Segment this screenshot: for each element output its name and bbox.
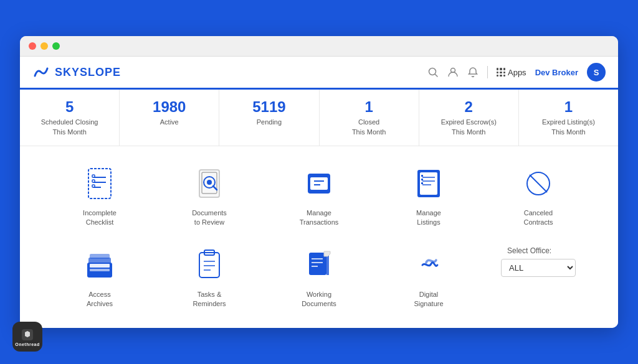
tasks-reminders-label: Tasks &Reminders bbox=[193, 290, 226, 309]
onethread-icon bbox=[20, 327, 35, 342]
stat-item[interactable]: 1980Active bbox=[120, 90, 219, 146]
svg-rect-8 bbox=[92, 180, 95, 182]
manage-listings-icon bbox=[410, 165, 447, 202]
main-window: SKYSLOPE bbox=[20, 36, 618, 327]
user-name[interactable]: Dev Broker bbox=[535, 68, 578, 77]
svg-point-13 bbox=[207, 180, 212, 185]
stat-label: Pending bbox=[226, 118, 312, 127]
select-office-label: Select Office: bbox=[507, 246, 551, 255]
titlebar bbox=[20, 36, 618, 57]
working-documents-label: WorkingDocuments bbox=[302, 290, 336, 309]
manage-transactions-label: ManageTransactions bbox=[300, 208, 339, 228]
grid-icon bbox=[497, 68, 505, 77]
svg-rect-33 bbox=[199, 253, 219, 278]
logo-text: SKYSLOPE bbox=[55, 66, 121, 79]
header: SKYSLOPE bbox=[20, 57, 618, 90]
person-icon[interactable] bbox=[447, 67, 459, 78]
manage-transactions-icon bbox=[300, 165, 338, 202]
manage-transactions-button[interactable]: ManageTransactions bbox=[264, 165, 374, 228]
access-archives-label: AccessArchives bbox=[87, 290, 113, 309]
svg-rect-30 bbox=[90, 254, 110, 259]
stat-item[interactable]: 5Scheduled ClosingThis Month bbox=[20, 90, 120, 146]
canceled-contracts-icon bbox=[520, 165, 557, 202]
apps-button[interactable]: Apps bbox=[497, 68, 526, 77]
stat-number: 5119 bbox=[226, 98, 312, 116]
stat-item[interactable]: 2Expired Escrow(s)This Month bbox=[419, 90, 519, 146]
stat-number: 5 bbox=[26, 98, 113, 116]
bell-icon[interactable] bbox=[467, 67, 478, 78]
icon-row-2: AccessArchives Tasks &Reminders bbox=[45, 246, 593, 309]
skyslope-logo-icon bbox=[32, 63, 50, 81]
svg-rect-31 bbox=[90, 264, 110, 268]
stat-item[interactable]: 1Expired Listing(s)This Month bbox=[519, 90, 618, 146]
access-archives-icon bbox=[81, 246, 118, 284]
incomplete-checklist-icon bbox=[81, 165, 118, 202]
documents-review-button[interactable]: Documentsto Review bbox=[155, 165, 264, 228]
svg-rect-3 bbox=[88, 169, 111, 198]
stats-bar: 5Scheduled ClosingThis Month1980Active51… bbox=[20, 90, 618, 146]
working-documents-icon bbox=[300, 246, 338, 284]
incomplete-checklist-label: IncompleteChecklist bbox=[83, 208, 117, 228]
manage-listings-label: ManageListings bbox=[416, 208, 441, 228]
digital-signature-label: DigitalSignature bbox=[414, 290, 443, 309]
svg-rect-25 bbox=[421, 182, 423, 184]
svg-rect-32 bbox=[90, 269, 110, 271]
header-divider bbox=[487, 66, 488, 78]
svg-rect-23 bbox=[421, 175, 423, 177]
onethread-label: Onethread bbox=[15, 342, 40, 347]
stat-number: 1 bbox=[326, 98, 412, 116]
svg-rect-7 bbox=[92, 175, 95, 177]
stat-item[interactable]: 5119Pending bbox=[219, 90, 319, 146]
svg-rect-15 bbox=[310, 177, 328, 190]
digital-signature-icon bbox=[410, 246, 447, 284]
apps-label: Apps bbox=[508, 68, 526, 77]
access-archives-button[interactable]: AccessArchives bbox=[45, 246, 155, 309]
tasks-reminders-button[interactable]: Tasks &Reminders bbox=[155, 246, 264, 309]
maximize-dot[interactable] bbox=[52, 42, 60, 50]
office-select[interactable]: ALLOffice 1Office 2Office 3 bbox=[501, 259, 576, 277]
svg-line-27 bbox=[530, 175, 547, 192]
stat-label: Expired Listing(s)This Month bbox=[525, 118, 612, 137]
tasks-reminders-icon bbox=[191, 246, 228, 284]
minimize-dot[interactable] bbox=[40, 42, 48, 50]
documents-review-icon bbox=[191, 165, 228, 202]
close-dot[interactable] bbox=[29, 42, 36, 50]
svg-rect-24 bbox=[421, 179, 423, 180]
stat-number: 2 bbox=[426, 98, 512, 116]
logo: SKYSLOPE bbox=[32, 63, 121, 81]
svg-rect-9 bbox=[92, 185, 95, 187]
icon-row-1: IncompleteChecklist Documentsto Review bbox=[45, 165, 593, 228]
stat-item[interactable]: 1ClosedThis Month bbox=[320, 90, 419, 146]
manage-listings-button[interactable]: ManageListings bbox=[374, 165, 483, 228]
onethread-badge[interactable]: Onethread bbox=[12, 322, 42, 352]
svg-rect-39 bbox=[326, 256, 329, 275]
working-documents-button[interactable]: WorkingDocuments bbox=[264, 246, 374, 309]
avatar[interactable]: S bbox=[587, 63, 606, 82]
stat-label: ClosedThis Month bbox=[326, 118, 412, 137]
canceled-contracts-button[interactable]: CanceledContracts bbox=[483, 165, 593, 228]
stat-label: Expired Escrow(s)This Month bbox=[426, 118, 512, 137]
digital-signature-button[interactable]: DigitalSignature bbox=[374, 246, 483, 309]
main-content: IncompleteChecklist Documentsto Review bbox=[20, 146, 618, 328]
stat-number: 1980 bbox=[126, 98, 212, 116]
stat-label: Scheduled ClosingThis Month bbox=[26, 118, 113, 137]
header-actions: Apps Dev Broker S bbox=[427, 63, 606, 82]
stat-number: 1 bbox=[525, 98, 612, 116]
svg-line-1 bbox=[435, 75, 437, 77]
search-icon[interactable] bbox=[427, 67, 439, 78]
select-office-area: Select Office: ALLOffice 1Office 2Office… bbox=[483, 246, 593, 277]
incomplete-checklist-button[interactable]: IncompleteChecklist bbox=[45, 165, 155, 228]
svg-point-0 bbox=[429, 68, 436, 75]
canceled-contracts-label: CanceledContracts bbox=[523, 208, 553, 228]
documents-review-label: Documentsto Review bbox=[192, 208, 227, 228]
stat-label: Active bbox=[126, 118, 212, 127]
